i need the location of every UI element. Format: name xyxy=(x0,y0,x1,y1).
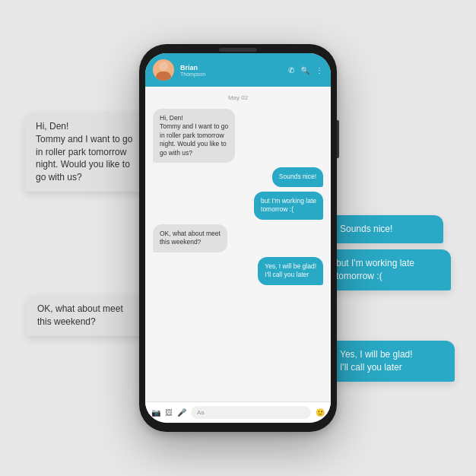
more-icon[interactable]: ⋮ xyxy=(316,66,323,75)
outer-bubble-2: Sounds nice! xyxy=(329,215,443,243)
chat-area: May 02 Hi, Den! Tommy and I want to go i… xyxy=(145,87,331,401)
mic-icon[interactable]: 🎤 xyxy=(177,408,186,417)
avatar xyxy=(153,59,174,81)
phone-body: Brian Thompson ✆ 🔍 ⋮ May 02 Hi, Den! Tom… xyxy=(139,44,337,432)
phone: Hi, Den! Tommy and I want to go in rolle… xyxy=(139,44,337,432)
chat-header: Brian Thompson ✆ 🔍 ⋮ xyxy=(145,53,331,87)
message-sent-5: Yes, I will be glad! I'll call you later xyxy=(258,257,323,285)
contact-sub: Thompson xyxy=(180,71,282,77)
message-sent-2: Sounds nice! xyxy=(272,167,323,186)
message-received-4: OK, what about meet this weekend? xyxy=(153,224,227,252)
attach-icon[interactable]: 📷 xyxy=(151,408,160,417)
outer-bubble-5: Yes, I will be glad! I'll call you later xyxy=(329,341,455,382)
contact-name: Brian xyxy=(180,64,282,71)
text-input[interactable]: Aa xyxy=(191,406,311,419)
outer-bubble-3: but I'm working late tomorrow :( xyxy=(325,249,451,290)
search-icon[interactable]: 🔍 xyxy=(300,66,309,75)
phone-speaker xyxy=(219,48,257,52)
date-divider: May 02 xyxy=(153,94,323,101)
phone-screen: Brian Thompson ✆ 🔍 ⋮ May 02 Hi, Den! Tom… xyxy=(145,53,331,423)
call-icon[interactable]: ✆ xyxy=(288,66,294,75)
input-placeholder: Aa xyxy=(197,409,205,416)
header-info: Brian Thompson xyxy=(180,64,282,77)
message-sent-3: but I'm working late tomorrow :( xyxy=(254,192,323,220)
message-received-1: Hi, Den! Tommy and I want to go in rolle… xyxy=(153,109,235,163)
emoji-icon[interactable]: 🙂 xyxy=(316,408,325,417)
image-icon[interactable]: 🖼 xyxy=(165,408,173,417)
input-area: 📷 🖼 🎤 Aa 🙂 xyxy=(145,401,331,423)
header-icons: ✆ 🔍 ⋮ xyxy=(288,66,323,75)
